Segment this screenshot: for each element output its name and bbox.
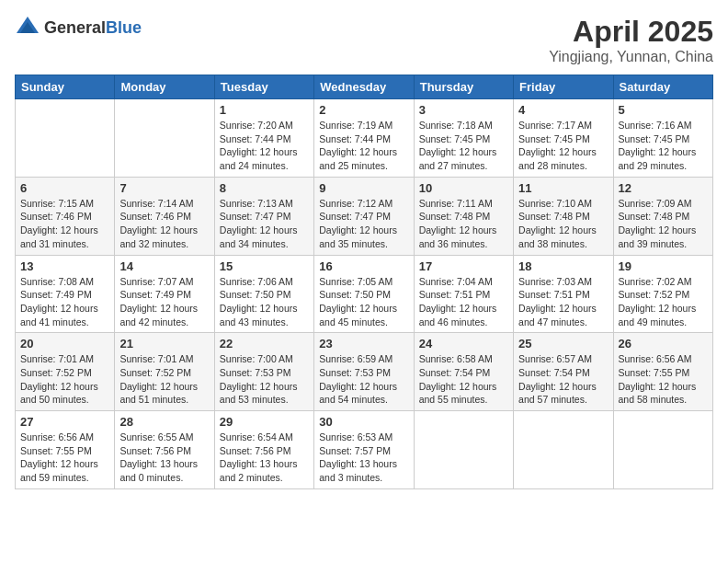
day-info: Sunrise: 6:58 AM Sunset: 7:54 PM Dayligh…	[419, 352, 508, 407]
weekday-header: Thursday	[414, 75, 513, 99]
calendar-cell: 24Sunrise: 6:58 AM Sunset: 7:54 PM Dayli…	[414, 333, 513, 411]
calendar-cell: 3Sunrise: 7:18 AM Sunset: 7:45 PM Daylig…	[414, 99, 513, 178]
calendar-header-row: SundayMondayTuesdayWednesdayThursdayFrid…	[16, 75, 713, 99]
calendar-cell	[16, 99, 115, 178]
day-info: Sunrise: 6:59 AM Sunset: 7:53 PM Dayligh…	[319, 352, 408, 407]
day-number: 7	[119, 181, 209, 195]
day-info: Sunrise: 7:01 AM Sunset: 7:52 PM Dayligh…	[20, 352, 109, 407]
calendar-cell: 17Sunrise: 7:04 AM Sunset: 7:51 PM Dayli…	[414, 255, 513, 333]
day-number: 17	[419, 259, 508, 273]
calendar-cell: 18Sunrise: 7:03 AM Sunset: 7:51 PM Dayli…	[514, 255, 613, 333]
title-block: April 2025 Yingjiang, Yunnan, China	[549, 15, 713, 65]
day-info: Sunrise: 6:54 AM Sunset: 7:56 PM Dayligh…	[220, 431, 309, 485]
calendar: SundayMondayTuesdayWednesdayThursdayFrid…	[15, 75, 713, 489]
day-info: Sunrise: 7:14 AM Sunset: 7:46 PM Dayligh…	[119, 197, 209, 251]
day-number: 8	[220, 181, 309, 195]
calendar-cell: 20Sunrise: 7:01 AM Sunset: 7:52 PM Dayli…	[16, 333, 115, 411]
day-info: Sunrise: 6:57 AM Sunset: 7:54 PM Dayligh…	[518, 352, 608, 407]
calendar-cell	[414, 411, 513, 489]
calendar-cell: 8Sunrise: 7:13 AM Sunset: 7:47 PM Daylig…	[214, 177, 313, 255]
day-info: Sunrise: 6:56 AM Sunset: 7:55 PM Dayligh…	[619, 352, 708, 407]
day-number: 27	[20, 415, 109, 429]
day-info: Sunrise: 7:12 AM Sunset: 7:47 PM Dayligh…	[319, 197, 408, 251]
day-number: 18	[518, 259, 608, 273]
day-info: Sunrise: 7:04 AM Sunset: 7:51 PM Dayligh…	[419, 275, 508, 329]
day-info: Sunrise: 7:11 AM Sunset: 7:48 PM Dayligh…	[419, 197, 508, 251]
calendar-cell: 2Sunrise: 7:19 AM Sunset: 7:44 PM Daylig…	[314, 99, 414, 178]
calendar-week-row: 13Sunrise: 7:08 AM Sunset: 7:49 PM Dayli…	[16, 255, 713, 333]
weekday-header: Saturday	[613, 75, 712, 99]
day-number: 4	[518, 103, 608, 117]
day-info: Sunrise: 7:13 AM Sunset: 7:47 PM Dayligh…	[220, 197, 309, 251]
calendar-cell: 16Sunrise: 7:05 AM Sunset: 7:50 PM Dayli…	[314, 255, 414, 333]
calendar-cell	[115, 99, 214, 178]
location-title: Yingjiang, Yunnan, China	[549, 49, 713, 65]
day-info: Sunrise: 7:16 AM Sunset: 7:45 PM Dayligh…	[619, 119, 708, 173]
day-info: Sunrise: 7:06 AM Sunset: 7:50 PM Dayligh…	[220, 275, 309, 329]
day-info: Sunrise: 7:05 AM Sunset: 7:50 PM Dayligh…	[319, 275, 408, 329]
calendar-cell: 29Sunrise: 6:54 AM Sunset: 7:56 PM Dayli…	[214, 411, 313, 489]
day-info: Sunrise: 6:56 AM Sunset: 7:55 PM Dayligh…	[20, 431, 109, 485]
day-number: 13	[20, 259, 109, 273]
calendar-cell: 19Sunrise: 7:02 AM Sunset: 7:52 PM Dayli…	[613, 255, 712, 333]
day-number: 1	[220, 103, 309, 117]
calendar-cell: 23Sunrise: 6:59 AM Sunset: 7:53 PM Dayli…	[314, 333, 414, 411]
calendar-cell: 10Sunrise: 7:11 AM Sunset: 7:48 PM Dayli…	[414, 177, 513, 255]
day-info: Sunrise: 7:00 AM Sunset: 7:53 PM Dayligh…	[220, 352, 309, 407]
calendar-cell: 6Sunrise: 7:15 AM Sunset: 7:46 PM Daylig…	[16, 177, 115, 255]
calendar-cell: 9Sunrise: 7:12 AM Sunset: 7:47 PM Daylig…	[314, 177, 414, 255]
day-info: Sunrise: 7:18 AM Sunset: 7:45 PM Dayligh…	[419, 119, 508, 173]
logo-general: General	[44, 18, 106, 37]
day-number: 5	[619, 103, 708, 117]
calendar-week-row: 20Sunrise: 7:01 AM Sunset: 7:52 PM Dayli…	[16, 333, 713, 411]
logo-icon	[15, 15, 40, 40]
calendar-cell: 28Sunrise: 6:55 AM Sunset: 7:56 PM Dayli…	[115, 411, 214, 489]
day-number: 26	[619, 337, 708, 350]
weekday-header: Friday	[514, 75, 613, 99]
calendar-cell: 5Sunrise: 7:16 AM Sunset: 7:45 PM Daylig…	[613, 99, 712, 178]
day-number: 6	[20, 181, 109, 195]
weekday-header: Monday	[115, 75, 214, 99]
month-title: April 2025	[549, 15, 713, 49]
calendar-cell	[514, 411, 613, 489]
day-number: 10	[419, 181, 508, 195]
day-number: 16	[319, 259, 408, 273]
calendar-cell: 7Sunrise: 7:14 AM Sunset: 7:46 PM Daylig…	[115, 177, 214, 255]
weekday-header: Sunday	[16, 75, 115, 99]
calendar-week-row: 6Sunrise: 7:15 AM Sunset: 7:46 PM Daylig…	[16, 177, 713, 255]
day-info: Sunrise: 7:02 AM Sunset: 7:52 PM Dayligh…	[619, 275, 708, 329]
day-number: 11	[518, 181, 608, 195]
day-number: 24	[419, 337, 508, 350]
day-number: 14	[119, 259, 209, 273]
day-info: Sunrise: 6:55 AM Sunset: 7:56 PM Dayligh…	[119, 431, 209, 485]
day-info: Sunrise: 7:19 AM Sunset: 7:44 PM Dayligh…	[319, 119, 408, 173]
weekday-header: Tuesday	[214, 75, 313, 99]
day-number: 29	[220, 415, 309, 429]
calendar-cell: 22Sunrise: 7:00 AM Sunset: 7:53 PM Dayli…	[214, 333, 313, 411]
calendar-week-row: 27Sunrise: 6:56 AM Sunset: 7:55 PM Dayli…	[16, 411, 713, 489]
calendar-cell: 12Sunrise: 7:09 AM Sunset: 7:48 PM Dayli…	[613, 177, 712, 255]
day-number: 19	[619, 259, 708, 273]
day-number: 21	[119, 337, 209, 350]
calendar-cell: 27Sunrise: 6:56 AM Sunset: 7:55 PM Dayli…	[16, 411, 115, 489]
calendar-cell: 13Sunrise: 7:08 AM Sunset: 7:49 PM Dayli…	[16, 255, 115, 333]
day-info: Sunrise: 7:20 AM Sunset: 7:44 PM Dayligh…	[220, 119, 309, 173]
calendar-cell: 21Sunrise: 7:01 AM Sunset: 7:52 PM Dayli…	[115, 333, 214, 411]
day-number: 9	[319, 181, 408, 195]
calendar-cell: 30Sunrise: 6:53 AM Sunset: 7:57 PM Dayli…	[314, 411, 414, 489]
day-number: 3	[419, 103, 508, 117]
calendar-week-row: 1Sunrise: 7:20 AM Sunset: 7:44 PM Daylig…	[16, 99, 713, 178]
calendar-cell: 1Sunrise: 7:20 AM Sunset: 7:44 PM Daylig…	[214, 99, 313, 178]
calendar-cell: 4Sunrise: 7:17 AM Sunset: 7:45 PM Daylig…	[514, 99, 613, 178]
day-number: 12	[619, 181, 708, 195]
logo: GeneralBlue	[15, 15, 142, 40]
day-info: Sunrise: 7:01 AM Sunset: 7:52 PM Dayligh…	[119, 352, 209, 407]
calendar-cell: 11Sunrise: 7:10 AM Sunset: 7:48 PM Dayli…	[514, 177, 613, 255]
page-header: GeneralBlue April 2025 Yingjiang, Yunnan…	[15, 15, 713, 65]
day-info: Sunrise: 7:03 AM Sunset: 7:51 PM Dayligh…	[518, 275, 608, 329]
weekday-header: Wednesday	[314, 75, 414, 99]
calendar-cell: 14Sunrise: 7:07 AM Sunset: 7:49 PM Dayli…	[115, 255, 214, 333]
calendar-cell	[613, 411, 712, 489]
day-info: Sunrise: 7:09 AM Sunset: 7:48 PM Dayligh…	[619, 197, 708, 251]
day-info: Sunrise: 7:08 AM Sunset: 7:49 PM Dayligh…	[20, 275, 109, 329]
